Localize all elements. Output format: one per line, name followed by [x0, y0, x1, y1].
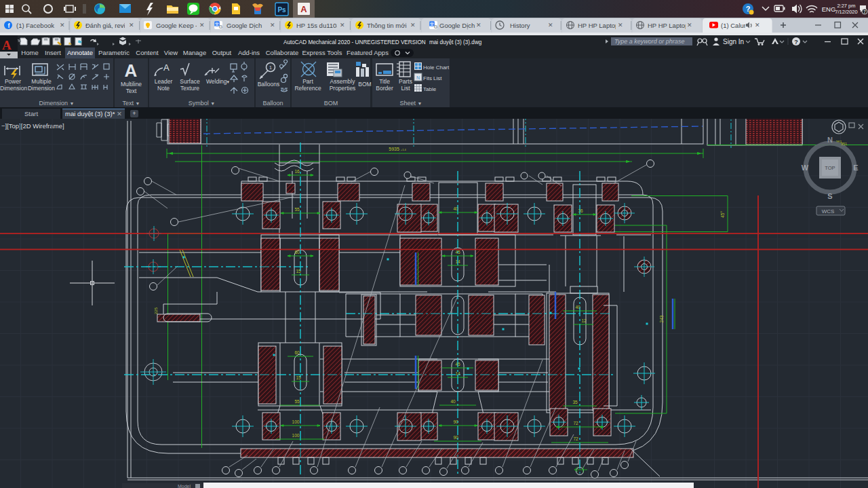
svg-text:5935 +1.4: 5935 +1.4 — [389, 147, 406, 151]
svg-text:40: 40 — [450, 399, 456, 404]
svg-text:7/12/2020: 7/12/2020 — [835, 9, 857, 15]
svg-text:7: 7 — [863, 10, 866, 14]
svg-text:?: ? — [794, 39, 798, 45]
svg-text:243: 243 — [659, 315, 664, 322]
svg-text:AutoCAD Mechanical 2020 - UNRE: AutoCAD Mechanical 2020 - UNREGISTERED V… — [283, 39, 426, 45]
svg-text:A: A — [2, 38, 12, 52]
svg-text:Sign In: Sign In — [723, 38, 744, 45]
svg-text:S: S — [827, 192, 832, 200]
svg-text:60: 60 — [294, 250, 300, 255]
svg-text:N: N — [827, 136, 833, 144]
svg-text:16: 16 — [294, 169, 300, 174]
svg-text:A: A — [163, 62, 170, 73]
svg-text:G: G — [219, 24, 223, 29]
svg-text:36: 36 — [578, 208, 583, 213]
svg-text:W: W — [802, 164, 809, 172]
svg-text:A: A — [125, 60, 138, 81]
svg-text:100: 100 — [292, 419, 300, 424]
svg-text:mai duyệt (3) (3).dwg: mai duyệt (3) (3).dwg — [429, 39, 482, 45]
svg-text:N: N — [416, 75, 420, 80]
svg-text:TOP: TOP — [825, 165, 835, 171]
svg-text:A: A — [300, 4, 307, 14]
svg-text:G: G — [434, 24, 438, 29]
svg-text:351: 351 — [841, 142, 847, 146]
svg-text:−][Top][2D Wireframe]: −][Top][2D Wireframe] — [1, 122, 64, 130]
svg-text:E: E — [853, 164, 858, 172]
svg-text:55: 55 — [294, 207, 300, 212]
svg-text:100: 100 — [292, 433, 300, 438]
svg-text:Model: Model — [178, 484, 191, 488]
svg-text:72: 72 — [573, 421, 578, 426]
svg-text:Ps: Ps — [277, 6, 286, 14]
svg-text:55: 55 — [294, 399, 300, 404]
svg-text:35: 35 — [572, 400, 578, 405]
svg-text:72: 72 — [573, 436, 578, 441]
svg-text:60: 60 — [294, 350, 300, 355]
svg-text:12: 12 — [581, 318, 587, 323]
svg-text:Type a keyword or phrase: Type a keyword or phrase — [614, 38, 684, 45]
svg-text:WCS: WCS — [822, 208, 835, 214]
svg-text:99: 99 — [281, 87, 288, 93]
svg-text:ENG: ENG — [822, 5, 836, 13]
svg-text:225: 225 — [154, 307, 158, 314]
svg-text:2:27 pm: 2:27 pm — [837, 3, 855, 9]
svg-text:1: 1 — [269, 64, 273, 71]
svg-text:45°: 45° — [720, 211, 725, 218]
